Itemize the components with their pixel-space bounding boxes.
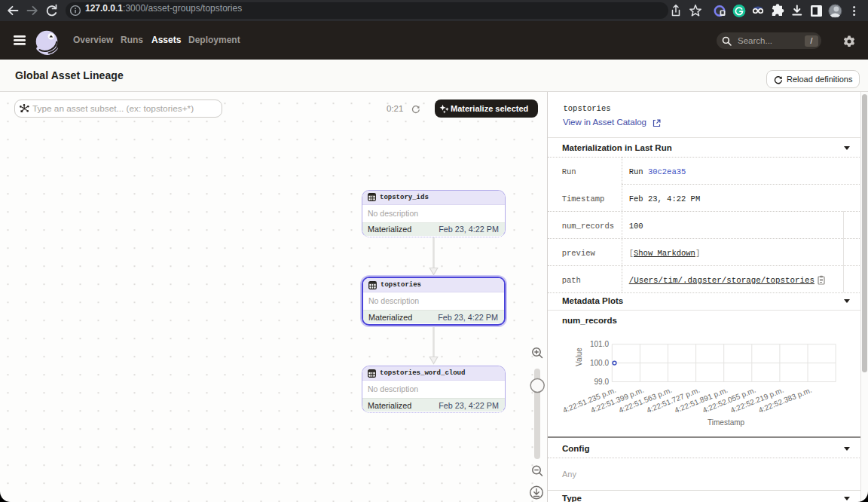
svg-text:Value: Value xyxy=(575,347,583,366)
svg-text:Timestamp: Timestamp xyxy=(708,418,745,427)
svg-text:99.0: 99.0 xyxy=(594,378,610,386)
svg-text:100.0: 100.0 xyxy=(590,359,609,367)
svg-text:101.0: 101.0 xyxy=(590,340,609,348)
